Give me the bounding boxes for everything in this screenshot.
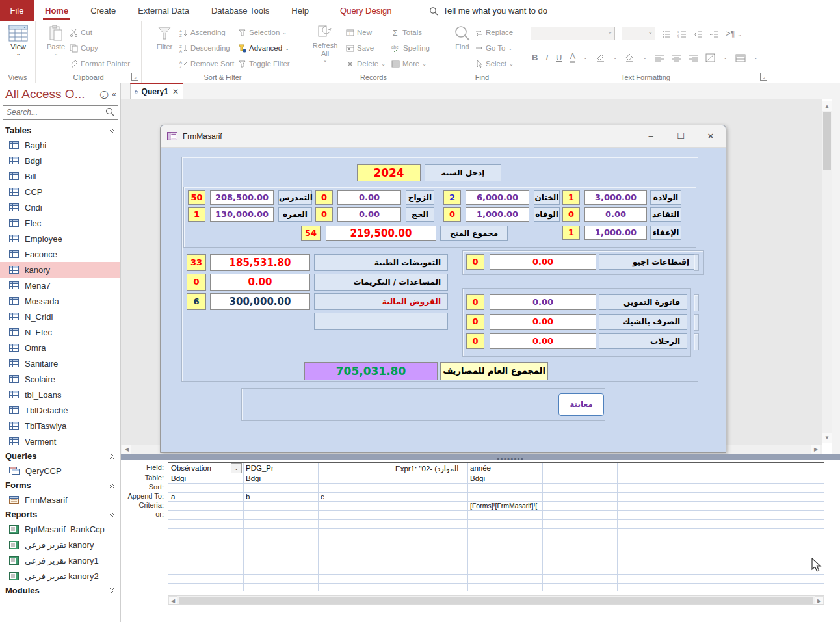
grid-append-cell[interactable]: b (243, 493, 317, 500)
sidebar-item-table[interactable]: N_Elec (0, 324, 120, 340)
highlight-color-icon[interactable] (596, 52, 605, 62)
sidebar-item-table[interactable]: Mena7 (0, 278, 120, 293)
amount-box[interactable]: 1,000.00 (584, 226, 647, 240)
text-formatting-dialog-launcher[interactable]: ⌟ (760, 73, 767, 81)
format-painter-button[interactable]: Format Painter (70, 57, 130, 71)
sidebar-item-table[interactable]: Mossada (0, 293, 120, 309)
count-box[interactable]: 0 (315, 190, 333, 205)
amount-box[interactable]: 1,000.00 (466, 207, 529, 222)
tab-query1[interactable]: Query1 ✕ (130, 83, 183, 99)
select-button[interactable]: Select⌄ (475, 57, 514, 71)
grid-table-cell[interactable]: Bdgi (168, 474, 242, 482)
more-button[interactable]: More⌄ (391, 57, 430, 71)
amount-box[interactable]: 0.00 (337, 207, 401, 222)
sidebar-item-report[interactable]: تقرير فرعي kanory (0, 537, 120, 552)
design-grid[interactable]: Obsérvation ⌄ PDG_Pr Expr1: "02- (الموار… (168, 462, 824, 591)
paste-button[interactable]: Paste⌄ (41, 25, 71, 57)
amount-box[interactable]: 130,000.00 (210, 207, 274, 222)
sidebar-item-query[interactable]: QeryCCP (0, 463, 120, 478)
amount-box[interactable]: 208,500.00 (210, 190, 274, 205)
selection-button[interactable]: Selection⌄ (238, 25, 290, 40)
amount-box[interactable]: 3,000.00 (584, 190, 647, 205)
sidebar-item-report[interactable]: تقرير فرعي kanory1 (0, 552, 120, 568)
amount-box[interactable]: 6,000.00 (466, 190, 529, 205)
tab-database-tools[interactable]: Database Tools (200, 0, 280, 21)
grants-total-amount[interactable]: 219,500.00 (326, 226, 436, 241)
refresh-all-button[interactable]: Refresh All⌄ (309, 25, 341, 63)
grid-field-cell[interactable]: année (467, 464, 541, 472)
grid-field-cell[interactable]: PDG_Pr (243, 464, 317, 472)
minimize-icon[interactable]: – (636, 125, 666, 148)
toggle-filter-button[interactable]: Toggle Filter (238, 57, 290, 71)
grid-append-cell[interactable]: a (168, 493, 242, 500)
close-icon[interactable]: ✕ (696, 125, 726, 148)
section-forms[interactable]: Forms (0, 478, 120, 492)
form-title-bar[interactable]: FrmMasarif – ☐ ✕ (161, 125, 726, 148)
grid-horizontal-scrollbar[interactable]: ◀ ▶ (168, 595, 824, 605)
tab-help[interactable]: Help (280, 0, 320, 21)
text-direction-icon[interactable]: >¶ ⌄ (726, 29, 742, 38)
vertical-scrollbar[interactable]: ▲ ▼ (822, 101, 832, 443)
gridlines-icon[interactable] (705, 52, 715, 62)
filter-button[interactable]: Filter (150, 25, 179, 51)
sidebar-item-table[interactable]: CCP (0, 184, 120, 200)
sidebar-item-table-kanory[interactable]: kanory (0, 262, 120, 278)
grid-append-cell[interactable]: c (318, 493, 391, 500)
sidebar-item-report[interactable]: RptMasarif_BankCcp (0, 521, 120, 537)
sidebar-item-table[interactable]: Sanitaire (0, 356, 120, 371)
tab-create[interactable]: Create (79, 0, 127, 21)
sidebar-item-table[interactable]: Baghi (0, 137, 120, 153)
replace-button[interactable]: Replace (475, 25, 514, 40)
sidebar-item-table[interactable]: Verment (0, 434, 120, 449)
amount-box[interactable]: 0.00 (490, 254, 596, 270)
tab-external-data[interactable]: External Data (127, 0, 200, 21)
count-box[interactable]: 0 (466, 333, 484, 349)
amount-box[interactable]: 0.00 (210, 274, 310, 291)
increase-indent-icon[interactable] (693, 29, 703, 38)
count-box[interactable]: 50 (188, 190, 205, 205)
shutter-close-icon[interactable]: « (112, 90, 116, 99)
font-name-combo[interactable] (531, 27, 615, 40)
sidebar-item-report[interactable]: تقرير فرعي kanory2 (0, 568, 120, 584)
file-tab[interactable]: File (0, 0, 34, 21)
view-button[interactable]: View⌄ (3, 25, 33, 57)
count-box[interactable]: 33 (187, 254, 206, 271)
align-right-icon[interactable] (689, 53, 698, 62)
tell-me-box[interactable]: Tell me what you want to do (429, 0, 547, 21)
sidebar-item-table[interactable]: TblTaswiya (0, 418, 120, 434)
cut-button[interactable]: Cut (70, 25, 130, 40)
grid-table-cell[interactable]: Bdgi (243, 474, 317, 482)
alternate-row-color-icon[interactable] (735, 52, 746, 62)
bullets-icon[interactable] (662, 29, 671, 38)
sidebar-item-table[interactable]: N_Cridi (0, 309, 120, 324)
sidebar-item-table[interactable]: Bdgi (0, 153, 120, 168)
count-box[interactable]: 0 (187, 274, 206, 291)
count-box[interactable]: 2 (443, 190, 461, 205)
advanced-button[interactable]: Advanced⌄ (238, 41, 290, 55)
new-record-button[interactable]: +New (346, 25, 386, 40)
align-center-icon[interactable] (672, 53, 681, 62)
section-modules[interactable]: Modules (0, 584, 120, 597)
section-queries[interactable]: Queries (0, 449, 120, 463)
numbering-icon[interactable]: 123 (677, 29, 687, 38)
grid-field-cell[interactable]: Obsérvation (168, 464, 230, 472)
grid-table-cell[interactable]: Bdgi (467, 474, 541, 482)
font-size-combo[interactable] (622, 27, 655, 40)
descending-button[interactable]: ZADescending (179, 41, 234, 55)
ascending-button[interactable]: AZAscending (179, 25, 234, 40)
amount-box[interactable]: 0.00 (490, 294, 596, 310)
remove-sort-button[interactable]: AZRemove Sort (179, 57, 234, 71)
count-box[interactable]: 0 (315, 207, 333, 222)
preview-button[interactable]: معاينة (558, 393, 604, 416)
amount-box[interactable]: 185,531.80 (210, 254, 310, 271)
count-box[interactable]: 0 (466, 294, 484, 310)
sidebar-item-table[interactable]: tbl_Loans (0, 387, 120, 402)
sidebar-item-table[interactable]: Faconce (0, 246, 120, 262)
delete-record-button[interactable]: Delete⌄ (346, 57, 386, 71)
section-reports[interactable]: Reports (0, 508, 120, 521)
tab-query-design[interactable]: Query Design (329, 0, 402, 21)
amount-box[interactable]: 0.00 (490, 314, 596, 330)
sidebar-item-table[interactable]: Scolaire (0, 371, 120, 387)
underline-button[interactable]: U (556, 53, 562, 62)
count-box[interactable]: 0 (466, 314, 484, 330)
